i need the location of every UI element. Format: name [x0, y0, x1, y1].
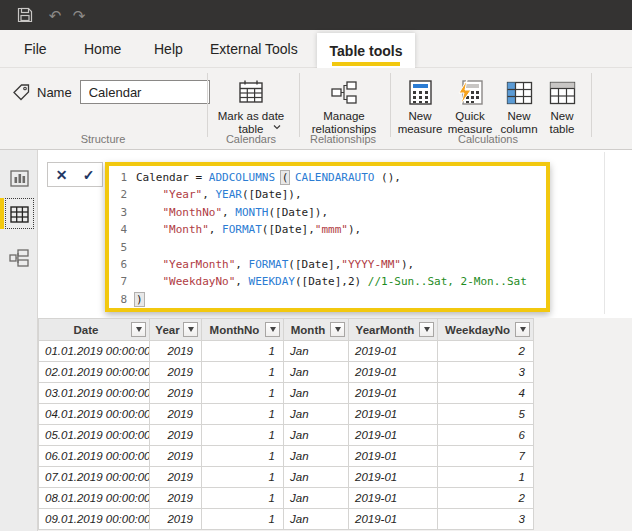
commit-formula-button[interactable]: ✓	[75, 163, 102, 186]
table-cell[interactable]: Jan	[284, 446, 349, 467]
menu-item-file[interactable]: File	[12, 30, 59, 68]
view-sidebar	[0, 150, 38, 531]
table-cell[interactable]: 2019	[150, 425, 202, 446]
table-row[interactable]: 02.01.2019 00:00:0020191Jan2019-013	[39, 362, 534, 383]
table-cell[interactable]: Jan	[284, 509, 349, 530]
sidebar-item-model-view[interactable]	[0, 242, 38, 274]
table-cell[interactable]: Jan	[284, 425, 349, 446]
table-row[interactable]: 05.01.2019 00:00:0020191Jan2019-016	[39, 425, 534, 446]
table-cell[interactable]: 1	[202, 425, 284, 446]
table-cell[interactable]: 2019-01	[349, 446, 438, 467]
table-cell[interactable]: 3	[438, 509, 534, 530]
table-cell[interactable]: 06.01.2019 00:00:00	[39, 446, 150, 467]
table-cell[interactable]: 2019-01	[349, 425, 438, 446]
undo-icon[interactable]: ↶	[44, 5, 66, 25]
table-cell[interactable]: 2019-01	[349, 383, 438, 404]
redo-icon[interactable]: ↷	[68, 5, 90, 25]
table-cell[interactable]: 6	[438, 425, 534, 446]
table-cell[interactable]: 1	[438, 467, 534, 488]
tab-table-tools[interactable]: Table tools	[317, 33, 415, 68]
table-cell[interactable]: 2019	[150, 467, 202, 488]
table-cell[interactable]: 03.01.2019 00:00:00	[39, 383, 150, 404]
table-row[interactable]: 07.01.2019 00:00:0020191Jan2019-011	[39, 467, 534, 488]
sidebar-item-report-view[interactable]	[0, 162, 38, 194]
table-cell[interactable]: 1	[202, 383, 284, 404]
menu-item-help[interactable]: Help	[142, 30, 195, 68]
table-row[interactable]: 01.01.2019 00:00:0020191Jan2019-012	[39, 341, 534, 362]
table-cell[interactable]: 1	[202, 467, 284, 488]
editor-scrollbar[interactable]	[604, 152, 605, 314]
table-cell[interactable]: 09.01.2019 00:00:00	[39, 509, 150, 530]
column-header-year[interactable]: Year	[150, 319, 202, 341]
table-cell[interactable]: 1	[202, 404, 284, 425]
code-text: "Month", FORMAT([Date],"mmm"),	[136, 221, 361, 238]
table-cell[interactable]: 07.01.2019 00:00:00	[39, 467, 150, 488]
new-column-button[interactable]: New column	[495, 76, 543, 136]
table-cell[interactable]: 2019	[150, 446, 202, 467]
filter-dropdown-icon[interactable]	[131, 322, 146, 337]
table-cell[interactable]: 2019	[150, 404, 202, 425]
mark-as-date-table-button[interactable]: Mark as date table	[206, 76, 296, 130]
table-cell[interactable]: 1	[202, 362, 284, 383]
table-cell[interactable]: 2019	[150, 362, 202, 383]
filter-dropdown-icon[interactable]	[515, 322, 530, 337]
table-cell[interactable]: Jan	[284, 341, 349, 362]
table-cell[interactable]: 01.01.2019 00:00:00	[39, 341, 150, 362]
line-number: 4	[113, 221, 127, 238]
table-cell[interactable]: 2019-01	[349, 362, 438, 383]
cancel-formula-button[interactable]: ✕	[48, 163, 75, 186]
table-cell[interactable]: 2019-01	[349, 341, 438, 362]
table-cell[interactable]: 2019	[150, 383, 202, 404]
table-name-input[interactable]	[80, 80, 210, 104]
table-cell[interactable]: 7	[438, 446, 534, 467]
table-cell[interactable]: 04.01.2019 00:00:00	[39, 404, 150, 425]
dax-formula-editor[interactable]: 1Calendar = ADDCOLUMNS ( CALENDARAUTO ()…	[105, 162, 550, 312]
filter-dropdown-icon[interactable]	[330, 322, 345, 337]
table-cell[interactable]: 2019-01	[349, 467, 438, 488]
table-cell[interactable]: 4	[438, 383, 534, 404]
table-cell[interactable]: 1	[202, 341, 284, 362]
table-cell[interactable]: 1	[202, 488, 284, 509]
table-cell[interactable]: Jan	[284, 488, 349, 509]
manage-relationships-button[interactable]: Manage relationships	[301, 76, 387, 136]
table-cell[interactable]: 1	[202, 509, 284, 530]
table-cell[interactable]: 2	[438, 341, 534, 362]
table-row[interactable]: 09.01.2019 00:00:0020191Jan2019-013	[39, 509, 534, 530]
menu-item-external-tools[interactable]: External Tools	[198, 30, 310, 68]
filter-dropdown-icon[interactable]	[183, 322, 198, 337]
column-header-yearmonth[interactable]: YearMonth	[349, 319, 438, 341]
table-cell[interactable]: 2019	[150, 488, 202, 509]
table-cell[interactable]: Jan	[284, 383, 349, 404]
table-cell[interactable]: 2	[438, 488, 534, 509]
table-cell[interactable]: 1	[202, 446, 284, 467]
table-cell[interactable]: 08.01.2019 00:00:00	[39, 488, 150, 509]
table-cell[interactable]: 5	[438, 404, 534, 425]
table-row[interactable]: 03.01.2019 00:00:0020191Jan2019-014	[39, 383, 534, 404]
table-cell[interactable]: 2019	[150, 341, 202, 362]
column-header-date[interactable]: Date	[39, 319, 150, 341]
column-header-monthno[interactable]: MonthNo	[202, 319, 284, 341]
new-table-button[interactable]: New table	[538, 76, 586, 136]
table-cell[interactable]: 2019-01	[349, 404, 438, 425]
table-cell[interactable]: Jan	[284, 467, 349, 488]
save-icon[interactable]	[14, 5, 36, 25]
menu-item-home[interactable]: Home	[72, 30, 133, 68]
quick-measure-button[interactable]: Quick measure	[446, 76, 494, 136]
table-cell[interactable]: 2019-01	[349, 488, 438, 509]
table-row[interactable]: 06.01.2019 00:00:0020191Jan2019-017	[39, 446, 534, 467]
table-cell[interactable]: 05.01.2019 00:00:00	[39, 425, 150, 446]
table-cell[interactable]: 3	[438, 362, 534, 383]
new-measure-button[interactable]: New measure	[396, 76, 444, 136]
table-row[interactable]: 04.01.2019 00:00:0020191Jan2019-015	[39, 404, 534, 425]
table-cell[interactable]: 2019	[150, 509, 202, 530]
filter-dropdown-icon[interactable]	[265, 322, 280, 337]
sidebar-item-data-view[interactable]	[0, 198, 38, 230]
column-header-weekdayno[interactable]: WeekdayNo	[438, 319, 534, 341]
table-cell[interactable]: 2019-01	[349, 509, 438, 530]
table-cell[interactable]: Jan	[284, 404, 349, 425]
table-row[interactable]: 08.01.2019 00:00:0020191Jan2019-012	[39, 488, 534, 509]
table-cell[interactable]: 02.01.2019 00:00:00	[39, 362, 150, 383]
filter-dropdown-icon[interactable]	[419, 322, 434, 337]
column-header-month[interactable]: Month	[284, 319, 349, 341]
table-cell[interactable]: Jan	[284, 362, 349, 383]
